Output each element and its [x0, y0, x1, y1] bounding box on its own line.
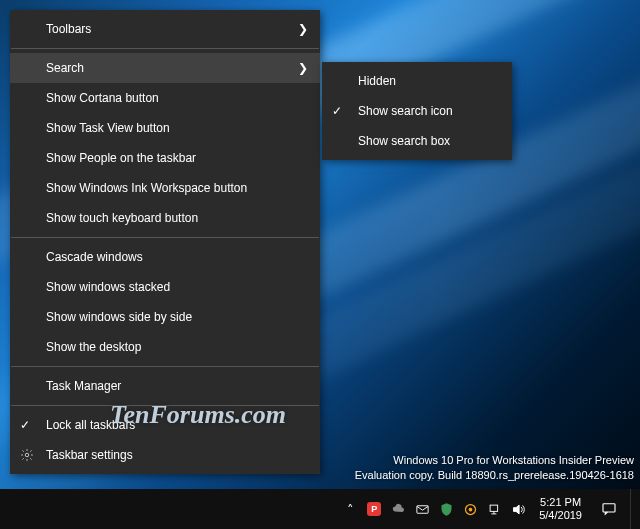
menu-show-taskview[interactable]: Show Task View button: [10, 113, 320, 143]
menu-search[interactable]: Search ❯: [10, 53, 320, 83]
menu-show-cortana[interactable]: Show Cortana button: [10, 83, 320, 113]
menu-taskbar-settings[interactable]: Taskbar settings: [10, 440, 320, 470]
menu-separator: [11, 405, 319, 406]
menu-label: Show People on the taskbar: [46, 151, 196, 165]
tray-update-icon[interactable]: [461, 500, 479, 518]
menu-show-ink[interactable]: Show Windows Ink Workspace button: [10, 173, 320, 203]
menu-label: Show windows side by side: [46, 310, 192, 324]
taskbar-clock[interactable]: 5:21 PM 5/4/2019: [533, 496, 588, 521]
chevron-right-icon: ❯: [298, 22, 308, 36]
submenu-show-icon[interactable]: ✓ Show search icon: [322, 96, 512, 126]
watermark-line2: Evaluation copy. Build 18890.rs_prerelea…: [355, 468, 634, 483]
submenu-show-box[interactable]: Show search box: [322, 126, 512, 156]
chevron-right-icon: ❯: [298, 61, 308, 75]
menu-toolbars[interactable]: Toolbars ❯: [10, 14, 320, 44]
menu-show-desktop[interactable]: Show the desktop: [10, 332, 320, 362]
clock-date: 5/4/2019: [539, 509, 582, 522]
menu-label: Show Task View button: [46, 121, 170, 135]
menu-label: Show Cortana button: [46, 91, 159, 105]
menu-label: Show search icon: [358, 104, 453, 118]
tray-chevron-up-icon[interactable]: ˄: [341, 500, 359, 518]
svg-rect-4: [490, 505, 498, 511]
tray-app-icon-red[interactable]: P: [365, 500, 383, 518]
svg-point-3: [469, 508, 472, 511]
menu-label: Search: [46, 61, 84, 75]
svg-rect-1: [417, 505, 428, 513]
system-tray: ˄ P 5:21 PM 5/4/2019: [341, 489, 640, 529]
watermark-line1: Windows 10 Pro for Workstations Insider …: [355, 453, 634, 468]
menu-label: Show touch keyboard button: [46, 211, 198, 225]
menu-label: Show the desktop: [46, 340, 141, 354]
svg-point-0: [25, 453, 29, 457]
menu-stacked[interactable]: Show windows stacked: [10, 272, 320, 302]
menu-show-people[interactable]: Show People on the taskbar: [10, 143, 320, 173]
menu-label: Task Manager: [46, 379, 121, 393]
windows-build-watermark: Windows 10 Pro for Workstations Insider …: [355, 453, 634, 483]
action-center-button[interactable]: [594, 489, 624, 529]
menu-separator: [11, 48, 319, 49]
menu-label: Show Windows Ink Workspace button: [46, 181, 247, 195]
taskbar[interactable]: ˄ P 5:21 PM 5/4/2019: [0, 489, 640, 529]
menu-show-touch-keyboard[interactable]: Show touch keyboard button: [10, 203, 320, 233]
tray-network-icon[interactable]: [485, 500, 503, 518]
menu-label: Toolbars: [46, 22, 91, 36]
search-submenu: Hidden ✓ Show search icon Show search bo…: [322, 62, 512, 160]
gear-icon: [20, 448, 34, 462]
check-icon: ✓: [332, 104, 342, 118]
tray-volume-icon[interactable]: [509, 500, 527, 518]
submenu-hidden[interactable]: Hidden: [322, 66, 512, 96]
menu-lock-taskbars[interactable]: ✓ Lock all taskbars: [10, 410, 320, 440]
tray-defender-icon[interactable]: [437, 500, 455, 518]
tray-mail-icon[interactable]: [413, 500, 431, 518]
menu-label: Show search box: [358, 134, 450, 148]
menu-separator: [11, 237, 319, 238]
check-icon: ✓: [20, 418, 30, 432]
menu-cascade[interactable]: Cascade windows: [10, 242, 320, 272]
menu-side-by-side[interactable]: Show windows side by side: [10, 302, 320, 332]
taskbar-context-menu: Toolbars ❯ Search ❯ Show Cortana button …: [10, 10, 320, 474]
svg-rect-5: [603, 504, 615, 512]
menu-label: Hidden: [358, 74, 396, 88]
menu-task-manager[interactable]: Task Manager: [10, 371, 320, 401]
menu-label: Show windows stacked: [46, 280, 170, 294]
menu-label: Cascade windows: [46, 250, 143, 264]
show-desktop-button[interactable]: [630, 489, 636, 529]
menu-separator: [11, 366, 319, 367]
menu-label: Taskbar settings: [46, 448, 133, 462]
menu-label: Lock all taskbars: [46, 418, 135, 432]
clock-time: 5:21 PM: [539, 496, 582, 509]
tray-onedrive-icon[interactable]: [389, 500, 407, 518]
